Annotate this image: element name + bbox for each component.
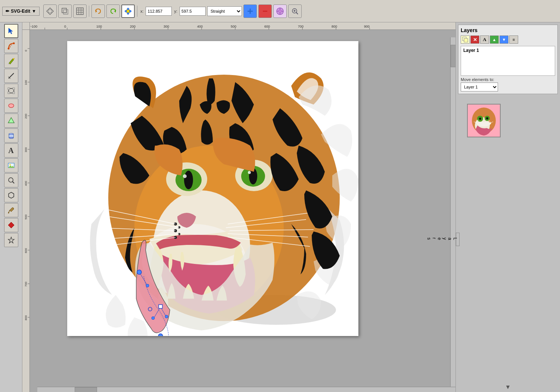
add-node-btn[interactable] (243, 4, 257, 18)
svg-rect-42 (13, 92, 15, 94)
delete-node-btn[interactable] (258, 4, 272, 18)
tool-hexagon[interactable] (4, 188, 18, 202)
svg-text:600: 600 (264, 25, 270, 28)
svg-rect-43 (8, 92, 10, 94)
x-input[interactable] (146, 7, 172, 16)
svg-text:0: 0 (24, 50, 28, 52)
svg-rect-3 (63, 10, 68, 14)
tool-line[interactable] (4, 69, 18, 83)
svg-text:100: 100 (96, 25, 102, 28)
svg-canvas[interactable] (30, 30, 455, 392)
svg-point-113 (183, 174, 187, 178)
rename-layer-btn[interactable]: A (480, 35, 489, 44)
svg-point-50 (9, 164, 11, 165)
svg-line-53 (12, 182, 14, 184)
tool-star[interactable] (4, 233, 18, 247)
thumbnail-container (467, 104, 501, 382)
layers-side-tab[interactable]: Layers (456, 233, 460, 246)
svg-line-28 (296, 12, 298, 14)
tool-cylinder[interactable] (4, 128, 18, 143)
right-panel: Layers ✕ A ▲ ▼ ≡ Layer 1 Move elements t… (455, 22, 560, 392)
svg-rect-145 (464, 38, 468, 42)
svg-point-52 (9, 178, 13, 182)
new-layer-btn[interactable] (461, 35, 470, 44)
svg-rect-40 (8, 88, 10, 90)
svg-text:0: 0 (64, 25, 66, 28)
node-tool-active-btn[interactable] (121, 4, 135, 18)
tool-pencil[interactable] (4, 54, 18, 68)
svg-text:300: 300 (164, 25, 169, 28)
svg-marker-0 (47, 8, 53, 15)
layers-side-area: Layers (456, 96, 560, 382)
layer-item[interactable]: Layer 1 (461, 46, 555, 76)
top-toolbar: ✏ SVG-Edit ▼ (0, 0, 560, 22)
sep1 (89, 6, 89, 17)
redo-btn[interactable] (106, 4, 120, 18)
svg-marker-31 (9, 28, 13, 34)
node-type-select[interactable]: Straight Smooth Symmetric Auto-smooth (207, 6, 242, 16)
svg-marker-9 (96, 10, 97, 13)
left-toolbar: A (0, 22, 22, 392)
svg-text:500: 500 (24, 214, 28, 220)
ruler-top: -100 0 100 200 300 400 (30, 22, 455, 30)
layer-menu-btn[interactable]: ≡ (509, 35, 518, 44)
svg-marker-54 (9, 192, 14, 198)
ruler-corner (22, 22, 30, 30)
svg-text:700: 700 (24, 281, 28, 287)
clone-btn[interactable] (58, 4, 72, 18)
svg-point-150 (479, 118, 481, 120)
layers-title: Layers (461, 27, 555, 33)
svg-marker-10 (114, 10, 116, 13)
zoom-to-fit-btn[interactable] (288, 4, 302, 18)
svg-text:800: 800 (332, 25, 337, 28)
scroll-down-btn[interactable]: ▼ (456, 382, 560, 392)
svg-point-48 (9, 137, 13, 139)
svg-rect-59 (30, 22, 455, 30)
move-elements-label: Move elements to: (461, 77, 555, 82)
tool-ellipse[interactable] (4, 99, 18, 113)
svg-point-56 (8, 212, 9, 214)
svg-point-114 (248, 171, 251, 174)
svg-text:300: 300 (24, 147, 28, 152)
ruler-top-svg: -100 0 100 200 300 400 (30, 22, 455, 30)
svg-point-15 (125, 10, 127, 12)
horizontal-scrollbar[interactable] (37, 387, 455, 392)
svg-text:900: 900 (364, 25, 370, 28)
svg-text:800: 800 (24, 315, 28, 320)
svg-text:400: 400 (197, 25, 203, 28)
canvas-area[interactable]: -100 0 100 200 300 400 (22, 22, 455, 392)
tool-polygon[interactable] (4, 113, 18, 128)
tool-zoom[interactable] (4, 173, 18, 187)
tool-diamond[interactable] (4, 218, 18, 232)
vertical-scrollbar[interactable] (450, 37, 455, 387)
ruler-left: 0 100 200 300 400 500 (22, 30, 30, 392)
svg-point-22 (279, 10, 281, 13)
grid-btn[interactable] (73, 4, 87, 18)
tool-node-edit[interactable] (4, 39, 18, 53)
tool-image[interactable] (4, 158, 18, 172)
move-layer-up-btn[interactable]: ▲ (490, 35, 499, 44)
tool-select[interactable] (4, 24, 18, 38)
move-layer-select[interactable]: Layer 1 (461, 83, 498, 91)
delete-layer-btn[interactable]: ✕ (470, 35, 479, 44)
svg-line-36 (8, 63, 9, 64)
svg-point-152 (486, 117, 488, 119)
svg-text:200: 200 (24, 113, 28, 119)
y-input[interactable] (180, 7, 206, 16)
svg-text:600: 600 (24, 248, 28, 253)
tool-rect[interactable] (4, 84, 18, 98)
undo-btn[interactable] (91, 4, 105, 18)
svg-point-12 (127, 8, 129, 10)
svg-text:200: 200 (130, 25, 136, 28)
app-title-arrow: ▼ (32, 9, 36, 14)
tool-dropper[interactable] (4, 203, 18, 217)
tool-text[interactable]: A (4, 143, 18, 158)
move-layer-down-btn[interactable]: ▼ (500, 35, 508, 44)
svg-rect-2 (62, 8, 66, 13)
app-title-btn[interactable]: ✏ SVG-Edit ▼ (2, 7, 40, 16)
node-settings-btn[interactable] (273, 4, 287, 18)
layers-toolbar: ✕ A ▲ ▼ ≡ (461, 35, 555, 44)
layer-thumbnail (467, 104, 501, 137)
node-indicator-btn[interactable] (43, 4, 57, 18)
layer-name: Layer 1 (463, 48, 479, 53)
